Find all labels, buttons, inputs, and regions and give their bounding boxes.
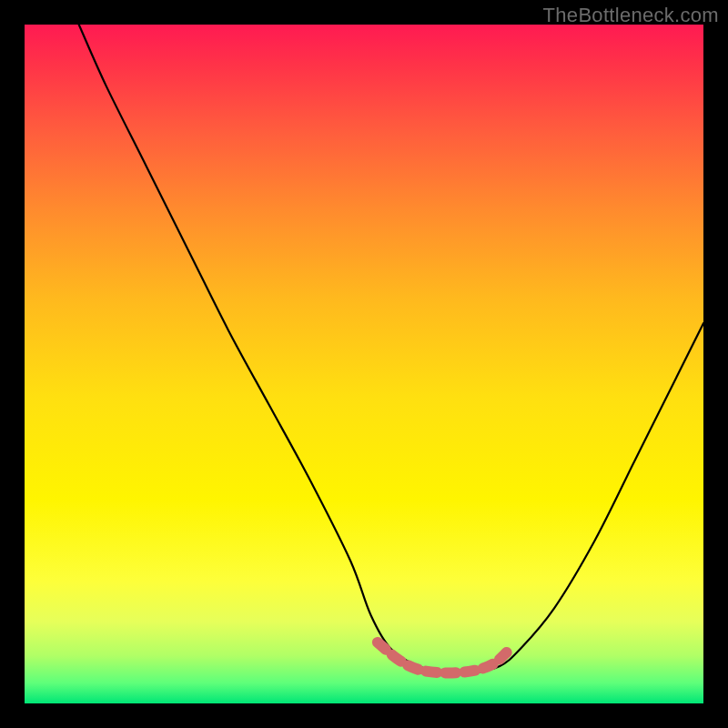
chart-svg <box>25 25 703 703</box>
chart-frame <box>25 25 703 703</box>
main-curve <box>79 25 703 673</box>
bottom-highlight <box>378 642 507 673</box>
